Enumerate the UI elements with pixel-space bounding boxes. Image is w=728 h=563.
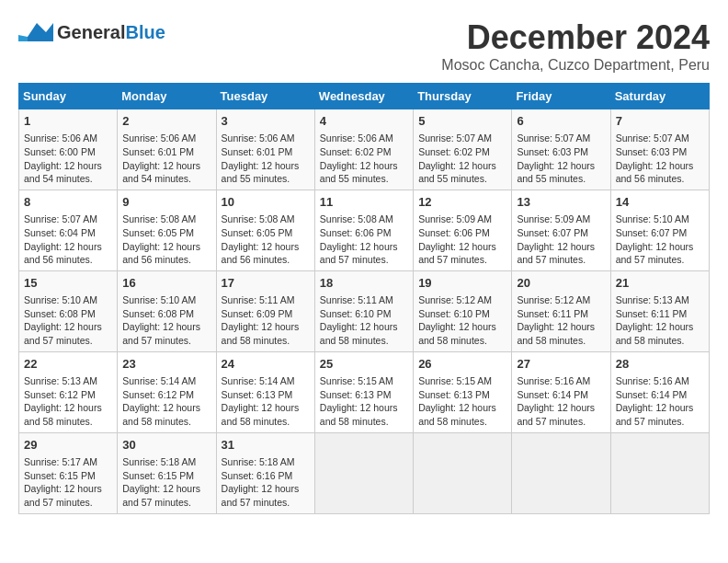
calendar-cell: 22Sunrise: 5:13 AM Sunset: 6:12 PM Dayli… [19,351,118,432]
day-info: Sunrise: 5:18 AM Sunset: 6:15 PM Dayligh… [122,455,210,510]
day-number: 7 [616,113,704,130]
calendar-cell: 21Sunrise: 5:13 AM Sunset: 6:11 PM Dayli… [610,270,709,351]
calendar-header-thursday: Thursday [414,84,512,109]
logo-blue: Blue [125,22,165,42]
calendar-cell [314,432,413,513]
day-info: Sunrise: 5:14 AM Sunset: 6:12 PM Dayligh… [122,374,210,429]
day-number: 23 [122,356,210,373]
calendar-cell: 19Sunrise: 5:12 AM Sunset: 6:10 PM Dayli… [414,270,512,351]
calendar-week-1: 1Sunrise: 5:06 AM Sunset: 6:00 PM Daylig… [19,109,710,190]
calendar-header-friday: Friday [512,84,610,109]
calendar-week-3: 15Sunrise: 5:10 AM Sunset: 6:08 PM Dayli… [19,270,710,351]
calendar-cell [512,432,610,513]
calendar-header-row: SundayMondayTuesdayWednesdayThursdayFrid… [19,84,710,109]
calendar-cell: 3Sunrise: 5:06 AM Sunset: 6:01 PM Daylig… [216,109,314,190]
day-info: Sunrise: 5:06 AM Sunset: 6:01 PM Dayligh… [122,132,210,186]
calendar-cell: 15Sunrise: 5:10 AM Sunset: 6:08 PM Dayli… [19,270,118,351]
day-info: Sunrise: 5:06 AM Sunset: 6:01 PM Dayligh… [222,132,310,186]
day-info: Sunrise: 5:07 AM Sunset: 6:03 PM Dayligh… [616,132,704,186]
day-number: 15 [24,275,112,292]
day-info: Sunrise: 5:12 AM Sunset: 6:10 PM Dayligh… [418,293,506,348]
calendar-cell: 18Sunrise: 5:11 AM Sunset: 6:10 PM Dayli… [314,270,413,351]
day-number: 30 [122,437,210,454]
day-number: 16 [122,275,210,292]
day-number: 17 [222,275,310,292]
day-number: 14 [616,194,704,211]
calendar-cell: 11Sunrise: 5:08 AM Sunset: 6:06 PM Dayli… [314,190,413,270]
page-subtitle: Mosoc Cancha, Cuzco Department, Peru [441,57,710,74]
calendar-week-5: 29Sunrise: 5:17 AM Sunset: 6:15 PM Dayli… [19,432,710,513]
calendar-cell: 29Sunrise: 5:17 AM Sunset: 6:15 PM Dayli… [19,432,118,513]
day-number: 3 [222,113,310,130]
day-info: Sunrise: 5:07 AM Sunset: 6:02 PM Dayligh… [418,132,506,186]
day-info: Sunrise: 5:08 AM Sunset: 6:05 PM Dayligh… [122,213,210,267]
calendar-cell: 5Sunrise: 5:07 AM Sunset: 6:02 PM Daylig… [414,109,512,190]
calendar-header-wednesday: Wednesday [314,84,413,109]
day-info: Sunrise: 5:10 AM Sunset: 6:08 PM Dayligh… [24,293,112,348]
day-info: Sunrise: 5:11 AM Sunset: 6:09 PM Dayligh… [222,293,310,348]
calendar-cell: 7Sunrise: 5:07 AM Sunset: 6:03 PM Daylig… [610,109,709,190]
day-number: 2 [122,113,210,130]
day-info: Sunrise: 5:15 AM Sunset: 6:13 PM Dayligh… [320,374,408,429]
day-info: Sunrise: 5:06 AM Sunset: 6:00 PM Dayligh… [24,132,112,186]
day-info: Sunrise: 5:13 AM Sunset: 6:11 PM Dayligh… [616,293,704,348]
day-info: Sunrise: 5:08 AM Sunset: 6:05 PM Dayligh… [222,213,310,267]
header: GeneralBlue December 2024 Mosoc Cancha, … [18,18,710,74]
day-number: 8 [24,194,112,211]
calendar-cell: 4Sunrise: 5:06 AM Sunset: 6:02 PM Daylig… [314,109,413,190]
calendar-table: SundayMondayTuesdayWednesdayThursdayFrid… [18,83,710,514]
calendar-header-saturday: Saturday [610,84,709,109]
day-info: Sunrise: 5:09 AM Sunset: 6:06 PM Dayligh… [418,213,506,267]
day-info: Sunrise: 5:17 AM Sunset: 6:15 PM Dayligh… [24,455,112,510]
day-number: 5 [418,113,506,130]
day-number: 19 [418,275,506,292]
day-info: Sunrise: 5:10 AM Sunset: 6:07 PM Dayligh… [616,213,704,267]
calendar-cell: 27Sunrise: 5:16 AM Sunset: 6:14 PM Dayli… [512,351,610,432]
calendar-cell: 9Sunrise: 5:08 AM Sunset: 6:05 PM Daylig… [118,190,216,270]
day-number: 31 [222,437,310,454]
day-info: Sunrise: 5:09 AM Sunset: 6:07 PM Dayligh… [517,213,605,267]
day-number: 10 [222,194,310,211]
day-number: 18 [320,275,408,292]
day-info: Sunrise: 5:06 AM Sunset: 6:02 PM Dayligh… [320,132,408,186]
calendar-week-4: 22Sunrise: 5:13 AM Sunset: 6:12 PM Dayli… [19,351,710,432]
calendar-cell: 13Sunrise: 5:09 AM Sunset: 6:07 PM Dayli… [512,190,610,270]
calendar-header-monday: Monday [118,84,216,109]
day-info: Sunrise: 5:14 AM Sunset: 6:13 PM Dayligh… [222,374,310,429]
day-number: 13 [517,194,605,211]
svg-marker-1 [18,35,28,41]
calendar-cell: 28Sunrise: 5:16 AM Sunset: 6:14 PM Dayli… [610,351,709,432]
day-number: 24 [222,356,310,373]
calendar-cell: 31Sunrise: 5:18 AM Sunset: 6:16 PM Dayli… [216,432,314,513]
day-info: Sunrise: 5:15 AM Sunset: 6:13 PM Dayligh… [418,374,506,429]
calendar-cell: 12Sunrise: 5:09 AM Sunset: 6:06 PM Dayli… [414,190,512,270]
calendar-cell: 20Sunrise: 5:12 AM Sunset: 6:11 PM Dayli… [512,270,610,351]
calendar-cell: 23Sunrise: 5:14 AM Sunset: 6:12 PM Dayli… [118,351,216,432]
day-info: Sunrise: 5:07 AM Sunset: 6:03 PM Dayligh… [517,132,605,186]
calendar-cell: 30Sunrise: 5:18 AM Sunset: 6:15 PM Dayli… [118,432,216,513]
calendar-cell: 25Sunrise: 5:15 AM Sunset: 6:13 PM Dayli… [314,351,413,432]
day-number: 1 [24,113,112,130]
day-info: Sunrise: 5:16 AM Sunset: 6:14 PM Dayligh… [616,374,704,429]
calendar-cell: 26Sunrise: 5:15 AM Sunset: 6:13 PM Dayli… [414,351,512,432]
day-number: 20 [517,275,605,292]
day-info: Sunrise: 5:12 AM Sunset: 6:11 PM Dayligh… [517,293,605,348]
day-info: Sunrise: 5:07 AM Sunset: 6:04 PM Dayligh… [24,213,112,267]
day-number: 26 [418,356,506,373]
day-number: 9 [122,194,210,211]
calendar-cell: 1Sunrise: 5:06 AM Sunset: 6:00 PM Daylig… [19,109,118,190]
logo: GeneralBlue [18,18,165,46]
page-title: December 2024 [441,18,710,57]
calendar-cell: 14Sunrise: 5:10 AM Sunset: 6:07 PM Dayli… [610,190,709,270]
day-number: 28 [616,356,704,373]
calendar-cell: 6Sunrise: 5:07 AM Sunset: 6:03 PM Daylig… [512,109,610,190]
calendar-week-2: 8Sunrise: 5:07 AM Sunset: 6:04 PM Daylig… [19,190,710,270]
day-number: 6 [517,113,605,130]
calendar-cell [414,432,512,513]
calendar-cell: 24Sunrise: 5:14 AM Sunset: 6:13 PM Dayli… [216,351,314,432]
calendar-cell: 16Sunrise: 5:10 AM Sunset: 6:08 PM Dayli… [118,270,216,351]
day-info: Sunrise: 5:10 AM Sunset: 6:08 PM Dayligh… [122,293,210,348]
day-number: 11 [320,194,408,211]
day-info: Sunrise: 5:11 AM Sunset: 6:10 PM Dayligh… [320,293,408,348]
day-number: 27 [517,356,605,373]
